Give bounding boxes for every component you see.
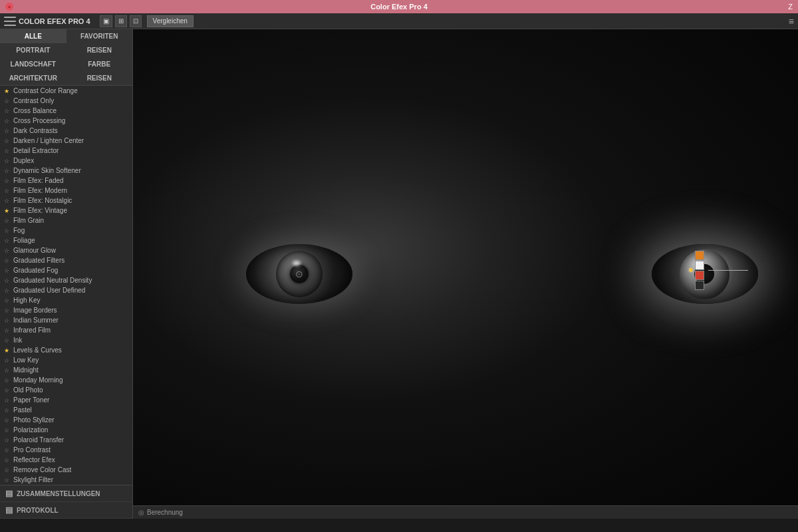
star-icon: ★ (4, 88, 11, 94)
filter-item[interactable]: ☆Graduated Neutral Density (0, 275, 132, 285)
filter-item[interactable]: ☆Film Efex: Faded (0, 176, 132, 186)
tab-portrait[interactable]: PORTRAIT (0, 43, 66, 57)
filter-item[interactable]: ☆Low Key (0, 355, 132, 365)
filter-name: Polarization (13, 426, 48, 434)
filter-item[interactable]: ★Film Efex: Vintage (0, 205, 132, 215)
filter-item[interactable]: ☆Foliage (0, 235, 132, 245)
filter-item[interactable]: ☆Contrast Only (0, 96, 132, 106)
star-icon: ☆ (4, 108, 11, 114)
layout-btn-1[interactable]: ▣ (100, 15, 112, 27)
filter-item[interactable]: ☆Pro Contrast (0, 445, 132, 455)
filter-item[interactable]: ☆Cross Processing (0, 116, 132, 126)
filter-item[interactable]: ☆Film Efex: Nostalgic (0, 196, 132, 205)
filter-item[interactable]: ☆Ink (0, 335, 132, 345)
filter-name: Film Efex: Faded (13, 177, 64, 184)
star-icon: ★ (4, 347, 11, 354)
star-icon: ☆ (4, 297, 11, 304)
filter-item[interactable]: ☆Polaroid Transfer (0, 435, 132, 445)
tab-architektur[interactable]: ARCHITEKTUR (0, 71, 66, 85)
filter-name: Ink (13, 336, 22, 344)
star-icon: ☆ (4, 277, 11, 284)
filter-item[interactable]: ★Levels & Curves (0, 345, 132, 355)
filter-item[interactable]: ☆Glamour Glow (0, 245, 132, 255)
tab-reisen2[interactable]: REISEN (66, 71, 133, 85)
filter-name: Detail Extractor (13, 147, 59, 154)
star-icon: ☆ (4, 337, 11, 344)
filter-name: Graduated User Defined (13, 287, 85, 294)
tab-farbe[interactable]: FARBE (66, 57, 133, 71)
filter-item[interactable]: ☆Film Efex: Modern (0, 186, 132, 196)
filter-list[interactable]: ★Contrast Color Range☆Contrast Only☆Cros… (0, 86, 132, 485)
filter-name: Duplex (13, 157, 34, 164)
layout-btn-2[interactable]: ⊞ (115, 15, 127, 27)
star-icon: ☆ (4, 98, 11, 104)
filter-item[interactable]: ☆Image Borders (0, 305, 132, 315)
star-icon: ☆ (4, 198, 11, 204)
filter-item[interactable]: ☆Detail Extractor (0, 146, 132, 156)
filter-item[interactable]: ☆Graduated Filters (0, 255, 132, 265)
filter-name: Low Key (13, 356, 39, 364)
filter-name: Dynamic Skin Softener (13, 167, 81, 174)
filter-name: Contrast Only (13, 97, 54, 104)
filter-name: Polaroid Transfer (13, 436, 64, 444)
filter-item[interactable]: ☆Dynamic Skin Softener (0, 166, 132, 176)
color-picker-tool[interactable] (688, 251, 748, 290)
filter-name: Film Efex: Vintage (13, 207, 67, 214)
filter-item[interactable]: ☆Monday Morning (0, 375, 132, 385)
filter-item[interactable]: ☆Graduated Fog (0, 265, 132, 275)
filter-name: Glamour Glow (13, 247, 56, 254)
content-area: ◎ Berechnung (133, 29, 798, 519)
tab-favoriten[interactable]: FAVORITEN (66, 29, 133, 43)
layout-btn-3[interactable]: ⊡ (130, 15, 142, 27)
star-icon: ☆ (4, 247, 11, 254)
filter-item[interactable]: ☆Infrared Film (0, 325, 132, 335)
star-icon: ☆ (4, 467, 11, 473)
filter-name: Reflector Efex (13, 456, 55, 464)
filter-item[interactable]: ★Contrast Color Range (0, 86, 132, 96)
filter-item[interactable]: ☆Photo Stylizer (0, 415, 132, 425)
filter-item[interactable]: ☆Midnight (0, 365, 132, 375)
filter-item[interactable]: ☆High Key (0, 295, 132, 305)
filter-item[interactable]: ☆Dark Contrasts (0, 126, 132, 136)
filter-item[interactable]: ☆Film Grain (0, 215, 132, 225)
filter-name: Foliage (13, 237, 35, 244)
tab-alle[interactable]: ALLE (0, 29, 66, 43)
filter-name: Paper Toner (13, 396, 49, 404)
filter-item[interactable]: ☆Old Photo (0, 385, 132, 395)
filter-item[interactable]: ☆Darken / Lighten Center (0, 136, 132, 146)
toolbar-right-icon[interactable]: ≡ (789, 16, 794, 27)
filter-item[interactable]: ☆Indian Summer (0, 315, 132, 325)
filter-item[interactable]: ☆Graduated User Defined (0, 285, 132, 295)
filter-item[interactable]: ☆Polarization (0, 425, 132, 435)
vergleichen-button[interactable]: Vergleichen (147, 15, 194, 27)
image-canvas (133, 29, 798, 519)
filter-name: Old Photo (13, 386, 43, 394)
star-icon: ★ (4, 207, 11, 214)
status-bar: ◎ Berechnung (133, 505, 798, 519)
filter-name: Cross Processing (13, 117, 65, 124)
right-eye (645, 234, 765, 314)
filter-item[interactable]: ☆Pastel (0, 405, 132, 415)
star-icon: ☆ (4, 138, 11, 144)
star-icon: ☆ (4, 447, 11, 454)
filter-item[interactable]: ☆Cross Balance (0, 106, 132, 116)
menu-icon[interactable] (4, 17, 16, 26)
sidebar: ALLE FAVORITEN PORTRAIT REISEN LANDSCHAF… (0, 29, 133, 519)
filter-item[interactable]: ☆Reflector Efex (0, 455, 132, 465)
tab-reisen[interactable]: REISEN (66, 43, 133, 57)
filter-item[interactable]: ☆Fog (0, 225, 132, 235)
protokoll-item[interactable]: ▤ PROTOKOLL (0, 502, 132, 519)
tab-landschaft[interactable]: LANDSCHAFT (0, 57, 66, 71)
filter-item[interactable]: ☆Paper Toner (0, 395, 132, 405)
left-eye (239, 234, 359, 314)
close-button[interactable]: × (5, 3, 13, 11)
filter-name: Pro Contrast (13, 446, 51, 454)
color-line (708, 270, 748, 271)
zusammenstellungen-item[interactable]: ▤ ZUSAMMENSTELLUNGEN (0, 485, 132, 502)
star-icon: ☆ (4, 128, 11, 134)
star-icon: ☆ (4, 387, 11, 394)
filter-item[interactable]: ☆Duplex (0, 156, 132, 166)
filter-item[interactable]: ☆Skylight Filter (0, 475, 132, 485)
filter-name: Graduated Fog (13, 267, 58, 274)
filter-item[interactable]: ☆Remove Color Cast (0, 465, 132, 475)
